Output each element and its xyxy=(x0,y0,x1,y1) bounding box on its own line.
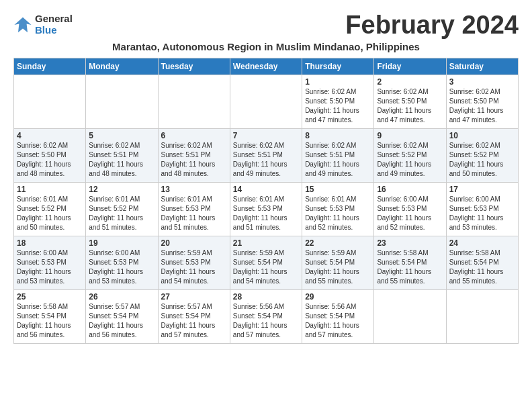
day-number: 3 xyxy=(449,77,515,87)
calendar-cell: 6Sunrise: 6:02 AMSunset: 5:51 PMDaylight… xyxy=(158,129,230,183)
calendar-cell: 2Sunrise: 6:02 AMSunset: 5:50 PMDaylight… xyxy=(374,75,446,129)
calendar-cell xyxy=(374,290,446,344)
day-number: 25 xyxy=(17,292,83,302)
day-number: 2 xyxy=(377,77,443,87)
day-info: Sunrise: 6:00 AMSunset: 5:53 PMDaylight:… xyxy=(17,248,83,286)
day-info: Sunrise: 6:02 AMSunset: 5:51 PMDaylight:… xyxy=(161,141,227,179)
page-subtitle: Marantao, Autonomous Region in Muslim Mi… xyxy=(13,41,519,52)
svg-marker-0 xyxy=(14,17,31,32)
calendar-cell: 21Sunrise: 5:59 AMSunset: 5:54 PMDayligh… xyxy=(230,236,302,290)
day-number: 16 xyxy=(377,185,443,194)
day-info: Sunrise: 5:57 AMSunset: 5:54 PMDaylight:… xyxy=(161,302,227,340)
calendar-cell: 13Sunrise: 6:01 AMSunset: 5:53 PMDayligh… xyxy=(158,183,230,236)
day-number: 22 xyxy=(305,238,371,248)
day-number: 21 xyxy=(233,238,299,248)
day-number: 8 xyxy=(305,131,371,140)
day-number: 28 xyxy=(233,292,299,302)
day-number: 6 xyxy=(161,131,227,140)
calendar-cell: 28Sunrise: 5:56 AMSunset: 5:54 PMDayligh… xyxy=(230,290,302,344)
day-info: Sunrise: 5:58 AMSunset: 5:54 PMDaylight:… xyxy=(17,302,83,340)
calendar-cell: 15Sunrise: 6:01 AMSunset: 5:53 PMDayligh… xyxy=(302,183,374,236)
day-number: 5 xyxy=(89,131,154,140)
calendar-week-row: 11Sunrise: 6:01 AMSunset: 5:52 PMDayligh… xyxy=(14,183,519,236)
month-title: February 2024 xyxy=(345,11,519,40)
logo-bird-icon xyxy=(13,15,32,34)
calendar-cell: 26Sunrise: 5:57 AMSunset: 5:54 PMDayligh… xyxy=(86,290,158,344)
day-number: 4 xyxy=(17,131,83,140)
calendar-week-row: 25Sunrise: 5:58 AMSunset: 5:54 PMDayligh… xyxy=(14,290,519,344)
calendar-cell: 29Sunrise: 5:56 AMSunset: 5:54 PMDayligh… xyxy=(302,290,374,344)
day-info: Sunrise: 6:02 AMSunset: 5:51 PMDaylight:… xyxy=(89,141,154,179)
logo-general: General xyxy=(35,13,73,25)
calendar-cell: 8Sunrise: 6:02 AMSunset: 5:51 PMDaylight… xyxy=(302,129,374,183)
day-info: Sunrise: 5:59 AMSunset: 5:54 PMDaylight:… xyxy=(305,248,371,286)
day-info: Sunrise: 5:57 AMSunset: 5:54 PMDaylight:… xyxy=(89,302,154,340)
calendar-cell xyxy=(446,290,518,344)
weekday-header-friday: Friday xyxy=(374,58,446,75)
day-info: Sunrise: 6:02 AMSunset: 5:52 PMDaylight:… xyxy=(449,141,515,179)
calendar-cell: 11Sunrise: 6:01 AMSunset: 5:52 PMDayligh… xyxy=(14,183,86,236)
calendar-cell: 23Sunrise: 5:58 AMSunset: 5:54 PMDayligh… xyxy=(374,236,446,290)
day-number: 7 xyxy=(233,131,299,140)
calendar-cell: 5Sunrise: 6:02 AMSunset: 5:51 PMDaylight… xyxy=(86,129,158,183)
day-number: 24 xyxy=(449,238,515,248)
calendar-cell xyxy=(230,75,302,129)
day-info: Sunrise: 5:56 AMSunset: 5:54 PMDaylight:… xyxy=(233,302,299,340)
day-info: Sunrise: 6:01 AMSunset: 5:53 PMDaylight:… xyxy=(161,195,227,232)
weekday-header-row: SundayMondayTuesdayWednesdayThursdayFrid… xyxy=(14,58,519,75)
day-info: Sunrise: 6:02 AMSunset: 5:50 PMDaylight:… xyxy=(17,141,83,179)
calendar-cell: 14Sunrise: 6:01 AMSunset: 5:53 PMDayligh… xyxy=(230,183,302,236)
calendar-cell: 20Sunrise: 5:59 AMSunset: 5:53 PMDayligh… xyxy=(158,236,230,290)
weekday-header-thursday: Thursday xyxy=(302,58,374,75)
day-info: Sunrise: 6:01 AMSunset: 5:53 PMDaylight:… xyxy=(233,195,299,232)
day-number: 14 xyxy=(233,185,299,194)
calendar-cell: 27Sunrise: 5:57 AMSunset: 5:54 PMDayligh… xyxy=(158,290,230,344)
day-number: 12 xyxy=(89,185,154,194)
day-number: 26 xyxy=(89,292,154,302)
calendar-cell: 9Sunrise: 6:02 AMSunset: 5:52 PMDaylight… xyxy=(374,129,446,183)
calendar-cell: 3Sunrise: 6:02 AMSunset: 5:50 PMDaylight… xyxy=(446,75,518,129)
day-number: 23 xyxy=(377,238,443,248)
day-info: Sunrise: 5:56 AMSunset: 5:54 PMDaylight:… xyxy=(305,302,371,340)
calendar-week-row: 4Sunrise: 6:02 AMSunset: 5:50 PMDaylight… xyxy=(14,129,519,183)
calendar-cell: 18Sunrise: 6:00 AMSunset: 5:53 PMDayligh… xyxy=(14,236,86,290)
day-info: Sunrise: 6:02 AMSunset: 5:50 PMDaylight:… xyxy=(377,87,443,125)
day-number: 17 xyxy=(449,185,515,194)
day-number: 15 xyxy=(305,185,371,194)
day-number: 9 xyxy=(377,131,443,140)
calendar-week-row: 1Sunrise: 6:02 AMSunset: 5:50 PMDaylight… xyxy=(14,75,519,129)
header: General Blue February 2024 xyxy=(13,11,519,40)
day-info: Sunrise: 6:00 AMSunset: 5:53 PMDaylight:… xyxy=(89,248,154,286)
day-number: 27 xyxy=(161,292,227,302)
day-number: 19 xyxy=(89,238,154,248)
day-number: 10 xyxy=(449,131,515,140)
calendar-cell: 4Sunrise: 6:02 AMSunset: 5:50 PMDaylight… xyxy=(14,129,86,183)
day-info: Sunrise: 6:02 AMSunset: 5:51 PMDaylight:… xyxy=(233,141,299,179)
day-number: 13 xyxy=(161,185,227,194)
day-number: 20 xyxy=(161,238,227,248)
calendar-cell: 24Sunrise: 5:58 AMSunset: 5:54 PMDayligh… xyxy=(446,236,518,290)
logo-blue: Blue xyxy=(35,25,73,36)
calendar-cell: 10Sunrise: 6:02 AMSunset: 5:52 PMDayligh… xyxy=(446,129,518,183)
logo: General Blue xyxy=(13,13,73,36)
day-info: Sunrise: 6:02 AMSunset: 5:50 PMDaylight:… xyxy=(449,87,515,125)
calendar-cell xyxy=(86,75,158,129)
calendar-cell: 7Sunrise: 6:02 AMSunset: 5:51 PMDaylight… xyxy=(230,129,302,183)
day-info: Sunrise: 6:01 AMSunset: 5:52 PMDaylight:… xyxy=(89,195,154,232)
calendar-cell: 22Sunrise: 5:59 AMSunset: 5:54 PMDayligh… xyxy=(302,236,374,290)
day-info: Sunrise: 5:59 AMSunset: 5:54 PMDaylight:… xyxy=(233,248,299,286)
calendar-cell: 19Sunrise: 6:00 AMSunset: 5:53 PMDayligh… xyxy=(86,236,158,290)
calendar-table: SundayMondayTuesdayWednesdayThursdayFrid… xyxy=(13,58,519,344)
calendar-cell xyxy=(158,75,230,129)
weekday-header-wednesday: Wednesday xyxy=(230,58,302,75)
logo-text: General Blue xyxy=(35,13,73,36)
day-number: 11 xyxy=(17,185,83,194)
calendar-cell: 25Sunrise: 5:58 AMSunset: 5:54 PMDayligh… xyxy=(14,290,86,344)
day-info: Sunrise: 6:02 AMSunset: 5:50 PMDaylight:… xyxy=(305,87,371,125)
calendar-week-row: 18Sunrise: 6:00 AMSunset: 5:53 PMDayligh… xyxy=(14,236,519,290)
calendar-cell xyxy=(14,75,86,129)
day-info: Sunrise: 6:00 AMSunset: 5:53 PMDaylight:… xyxy=(377,195,443,232)
day-info: Sunrise: 6:02 AMSunset: 5:52 PMDaylight:… xyxy=(377,141,443,179)
weekday-header-tuesday: Tuesday xyxy=(158,58,230,75)
day-number: 29 xyxy=(305,292,371,302)
